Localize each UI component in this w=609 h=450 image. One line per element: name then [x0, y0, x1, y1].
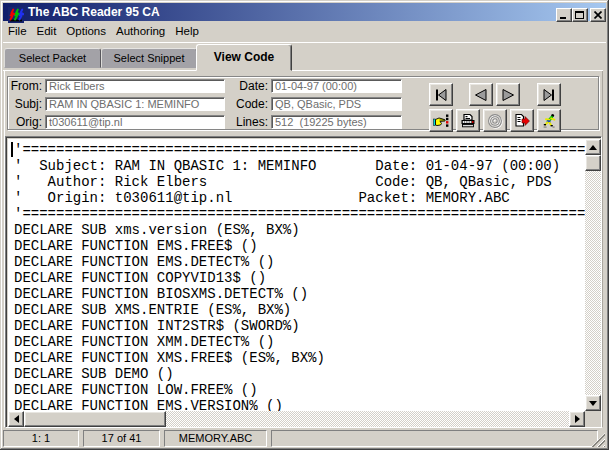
- arrow-down-icon: [589, 401, 597, 406]
- from-label: From:: [4, 79, 42, 93]
- printer-icon: [460, 113, 476, 129]
- lines-label: Lines:: [226, 115, 268, 129]
- window-title: The ABC Reader 95 CA: [28, 3, 160, 21]
- orig-field[interactable]: t030611@tip.nl: [45, 115, 225, 129]
- status-record-count: 17 of 41: [83, 430, 160, 447]
- maximize-icon: [575, 11, 584, 19]
- from-field[interactable]: Rick Elbers: [45, 79, 225, 93]
- runner-icon: [541, 113, 557, 129]
- vertical-scrollbar-thumb[interactable]: [585, 155, 601, 171]
- target-icon: [487, 113, 503, 129]
- text-caret: [11, 142, 13, 157]
- scroll-up-button[interactable]: [585, 139, 601, 155]
- maximize-button[interactable]: [572, 8, 588, 22]
- menu-authoring[interactable]: Authoring: [111, 23, 170, 40]
- menu-file[interactable]: File: [3, 23, 32, 40]
- horizontal-scrollbar-thumb[interactable]: [24, 411, 166, 427]
- scroll-down-button[interactable]: [585, 395, 601, 411]
- arrow-right-icon: [575, 415, 580, 423]
- code-editor: '=======================================…: [5, 136, 602, 428]
- minimize-button[interactable]: [556, 8, 572, 22]
- subj-field[interactable]: RAM IN QBASIC 1: MEMINFO: [45, 97, 225, 111]
- nav-first-button[interactable]: [429, 83, 453, 106]
- target-button-disabled[interactable]: [483, 109, 507, 132]
- orig-label: Orig:: [4, 115, 42, 129]
- nav-previous-button[interactable]: [469, 83, 493, 106]
- scroll-left-button[interactable]: [8, 411, 24, 427]
- lines-field[interactable]: 512 (19225 bytes): [271, 115, 402, 129]
- hand-pointer-icon: [433, 113, 449, 129]
- tab-panel-edge: [602, 71, 603, 427]
- menu-edit[interactable]: Edit: [32, 23, 62, 40]
- arrow-left-icon: [14, 415, 19, 423]
- close-button[interactable]: [590, 8, 606, 22]
- nav-last-icon: [541, 87, 557, 103]
- vertical-scrollbar[interactable]: [585, 139, 601, 411]
- status-message: [271, 430, 598, 447]
- horizontal-scrollbar[interactable]: [8, 411, 585, 427]
- run-button[interactable]: [537, 109, 561, 132]
- tab-select-packet[interactable]: Select Packet: [4, 48, 101, 68]
- scroll-right-button[interactable]: [569, 411, 585, 427]
- close-icon: [594, 11, 602, 19]
- subj-label: Subj:: [4, 97, 42, 111]
- date-field[interactable]: 01-04-97 (00:00): [271, 79, 402, 93]
- tab-view-code[interactable]: View Code: [196, 44, 292, 71]
- tab-select-snippet[interactable]: Select Snippet: [101, 48, 197, 68]
- nav-previous-icon: [473, 87, 489, 103]
- arrow-up-icon: [589, 145, 597, 150]
- title-bar[interactable]: The ABC Reader 95 CA: [3, 3, 606, 21]
- code-text-area[interactable]: '=======================================…: [8, 139, 585, 411]
- menu-divider: [3, 42, 606, 43]
- code-text: '=======================================…: [14, 142, 585, 411]
- export-icon: [514, 113, 530, 129]
- tab-panel-edge: [3, 70, 196, 71]
- nav-next-icon: [500, 87, 516, 103]
- date-label: Date:: [226, 79, 268, 93]
- menu-bar: File Edit Options Authoring Help: [3, 22, 606, 41]
- application-window: The ABC Reader 95 CA File Edit Options A…: [0, 0, 609, 450]
- menu-help[interactable]: Help: [170, 23, 204, 40]
- code-field[interactable]: QB, QBasic, PDS: [271, 97, 402, 111]
- tab-panel-edge: [292, 70, 603, 71]
- scrollbar-corner: [585, 411, 601, 427]
- code-label: Code:: [226, 97, 268, 111]
- status-packet-name: MEMORY.ABC: [164, 430, 267, 447]
- export-button[interactable]: [510, 109, 534, 132]
- tag-snippet-button[interactable]: [429, 109, 453, 132]
- vertical-scrollbar-track[interactable]: [585, 155, 601, 395]
- nav-last-button[interactable]: [537, 83, 561, 106]
- nav-next-button[interactable]: [496, 83, 520, 106]
- print-button[interactable]: [456, 109, 480, 132]
- nav-first-icon: [433, 87, 449, 103]
- editor-inner: '=======================================…: [8, 139, 601, 427]
- app-icon: [8, 7, 24, 23]
- minimize-icon: [560, 17, 566, 19]
- menu-options[interactable]: Options: [61, 23, 111, 40]
- status-cursor-position: 1: 1: [3, 430, 79, 447]
